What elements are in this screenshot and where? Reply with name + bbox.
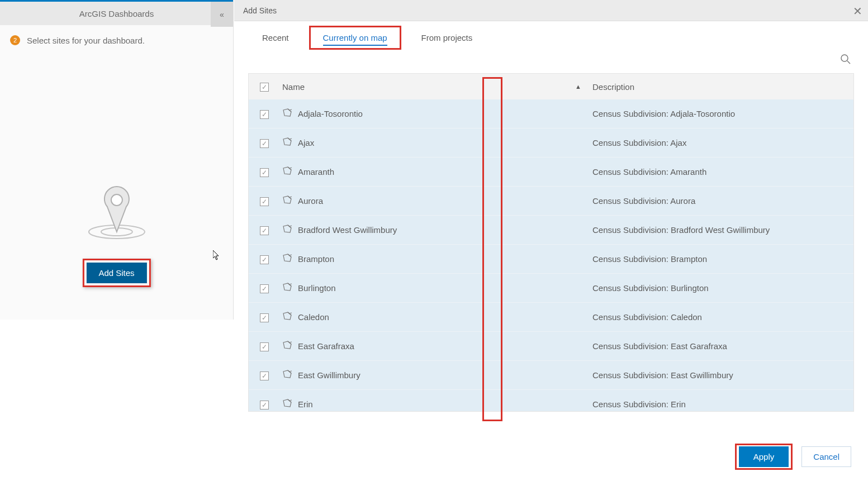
polygon-icon bbox=[282, 166, 298, 177]
row-checkbox[interactable]: ✓ bbox=[260, 372, 269, 380]
column-header-description[interactable]: Description bbox=[592, 82, 853, 92]
table-row[interactable]: ✓East GwillimburyCensus Subdivision: Eas… bbox=[249, 361, 853, 390]
row-checkbox-cell: ✓ bbox=[260, 167, 282, 177]
table-row[interactable]: ✓ErinCensus Subdivision: Erin bbox=[249, 390, 853, 411]
polygon-icon bbox=[282, 254, 298, 264]
site-name: Ajax bbox=[298, 138, 592, 147]
dialog-title: Add Sites bbox=[243, 6, 277, 15]
site-name: Adjala-Tosorontio bbox=[298, 109, 592, 118]
search-bar bbox=[234, 54, 868, 73]
chevron-left-double-icon: « bbox=[220, 10, 224, 19]
close-icon[interactable]: ✕ bbox=[853, 4, 862, 18]
polygon-icon bbox=[282, 196, 298, 206]
dialog-footer: Apply Cancel bbox=[735, 444, 851, 470]
tab-from-projects[interactable]: From projects bbox=[421, 31, 473, 45]
polygon-icon bbox=[282, 225, 298, 235]
tab-currently-on-map[interactable]: Currently on map bbox=[323, 31, 387, 46]
table-row[interactable]: ✓East GarafraxaCensus Subdivision: East … bbox=[249, 332, 853, 361]
row-checkbox-cell: ✓ bbox=[260, 138, 282, 148]
table-row[interactable]: ✓AjaxCensus Subdivision: Ajax bbox=[249, 128, 853, 158]
site-description: Census Subdivision: Burlington bbox=[592, 283, 853, 293]
collapse-panel-button[interactable]: « bbox=[211, 2, 233, 27]
wizard-title: ArcGIS Dashboards bbox=[79, 9, 154, 18]
site-description: Census Subdivision: Ajax bbox=[592, 138, 853, 147]
site-name: Caledon bbox=[298, 312, 592, 322]
row-checkbox-cell: ✓ bbox=[260, 370, 282, 380]
wizard-step-row: 2 Select sites for your dashboard. bbox=[0, 25, 233, 55]
site-name: Bradford West Gwillimbury bbox=[298, 225, 592, 235]
row-checkbox[interactable]: ✓ bbox=[260, 401, 269, 409]
table-row[interactable]: ✓Adjala-TosorontioCensus Subdivision: Ad… bbox=[249, 99, 853, 128]
select-all-checkbox[interactable]: ✓ bbox=[260, 83, 269, 92]
row-checkbox[interactable]: ✓ bbox=[260, 110, 269, 119]
table-header-row: ✓ Name ▲ Description bbox=[249, 74, 853, 99]
dialog-tabs: Recent Currently on map From projects bbox=[234, 21, 868, 54]
svg-point-3 bbox=[841, 55, 848, 61]
dialog-header: Add Sites ✕ bbox=[234, 0, 868, 21]
row-checkbox-cell: ✓ bbox=[260, 399, 282, 409]
row-checkbox-cell: ✓ bbox=[260, 254, 282, 264]
row-checkbox[interactable]: ✓ bbox=[260, 226, 269, 235]
polygon-icon bbox=[282, 341, 298, 351]
table-body[interactable]: ✓Adjala-TosorontioCensus Subdivision: Ad… bbox=[249, 99, 853, 411]
site-name: East Garafraxa bbox=[298, 341, 592, 351]
row-checkbox[interactable]: ✓ bbox=[260, 139, 269, 148]
column-header-name[interactable]: Name ▲ bbox=[282, 82, 592, 92]
row-checkbox[interactable]: ✓ bbox=[260, 342, 269, 351]
search-icon[interactable] bbox=[840, 54, 851, 68]
row-checkbox-cell: ✓ bbox=[260, 283, 282, 293]
site-description: Census Subdivision: East Gwillimbury bbox=[592, 370, 853, 380]
site-description: Census Subdivision: Adjala-Tosorontio bbox=[592, 109, 853, 118]
site-description: Census Subdivision: Aurora bbox=[592, 196, 853, 206]
site-description: Census Subdivision: Bradford West Gwilli… bbox=[592, 225, 853, 235]
table-row[interactable]: ✓Bradford West GwillimburyCensus Subdivi… bbox=[249, 216, 853, 245]
sort-asc-icon: ▲ bbox=[575, 83, 581, 90]
svg-line-4 bbox=[847, 61, 850, 64]
row-checkbox-cell: ✓ bbox=[260, 196, 282, 206]
step-instruction: Select sites for your dashboard. bbox=[27, 36, 145, 45]
annotation-highlight: Currently on map bbox=[309, 26, 401, 50]
row-checkbox[interactable]: ✓ bbox=[260, 255, 269, 264]
svg-point-2 bbox=[111, 194, 122, 206]
table-row[interactable]: ✓AmaranthCensus Subdivision: Amaranth bbox=[249, 158, 853, 187]
apply-button[interactable]: Apply bbox=[739, 446, 789, 467]
site-description: Census Subdivision: Amaranth bbox=[592, 167, 853, 177]
polygon-icon bbox=[282, 283, 298, 293]
row-checkbox[interactable]: ✓ bbox=[260, 168, 269, 177]
wizard-panel: ArcGIS Dashboards « 2 Select sites for y… bbox=[0, 0, 234, 320]
add-sites-dialog: Add Sites ✕ Recent Currently on map From… bbox=[234, 0, 868, 481]
site-description: Census Subdivision: Erin bbox=[592, 399, 853, 409]
table-row[interactable]: ✓AuroraCensus Subdivision: Aurora bbox=[249, 187, 853, 216]
table-row[interactable]: ✓BurlingtonCensus Subdivision: Burlingto… bbox=[249, 274, 853, 303]
polygon-icon bbox=[282, 137, 298, 148]
site-name: Amaranth bbox=[298, 167, 592, 177]
polygon-icon bbox=[282, 312, 298, 322]
column-desc-label: Description bbox=[592, 82, 634, 92]
column-name-label: Name bbox=[282, 82, 305, 92]
map-pin-icon bbox=[86, 184, 148, 240]
row-checkbox-cell: ✓ bbox=[260, 312, 282, 322]
site-name: Aurora bbox=[298, 196, 592, 206]
site-description: Census Subdivision: Caledon bbox=[592, 312, 853, 322]
site-name: Brampton bbox=[298, 254, 592, 264]
row-checkbox[interactable]: ✓ bbox=[260, 197, 269, 206]
wizard-header: ArcGIS Dashboards « bbox=[0, 0, 233, 25]
site-description: Census Subdivision: East Garafraxa bbox=[592, 341, 853, 351]
sites-table: ✓ Name ▲ Description ✓Adjala-TosorontioC… bbox=[248, 73, 854, 412]
tab-recent[interactable]: Recent bbox=[262, 31, 289, 45]
annotation-highlight: Add Sites bbox=[82, 259, 150, 287]
table-row[interactable]: ✓CaledonCensus Subdivision: Caledon bbox=[249, 303, 853, 332]
annotation-highlight: Apply bbox=[735, 444, 793, 470]
table-row[interactable]: ✓BramptonCensus Subdivision: Brampton bbox=[249, 245, 853, 274]
site-name: Burlington bbox=[298, 283, 592, 293]
row-checkbox[interactable]: ✓ bbox=[260, 284, 269, 293]
polygon-icon bbox=[282, 370, 298, 380]
step-number-badge: 2 bbox=[10, 35, 20, 45]
row-checkbox-cell: ✓ bbox=[260, 341, 282, 351]
add-sites-button[interactable]: Add Sites bbox=[86, 263, 146, 283]
row-checkbox-cell: ✓ bbox=[260, 109, 282, 119]
row-checkbox[interactable]: ✓ bbox=[260, 313, 269, 322]
cancel-button[interactable]: Cancel bbox=[801, 446, 851, 467]
polygon-icon bbox=[282, 399, 298, 409]
select-all-cell: ✓ bbox=[260, 82, 282, 92]
